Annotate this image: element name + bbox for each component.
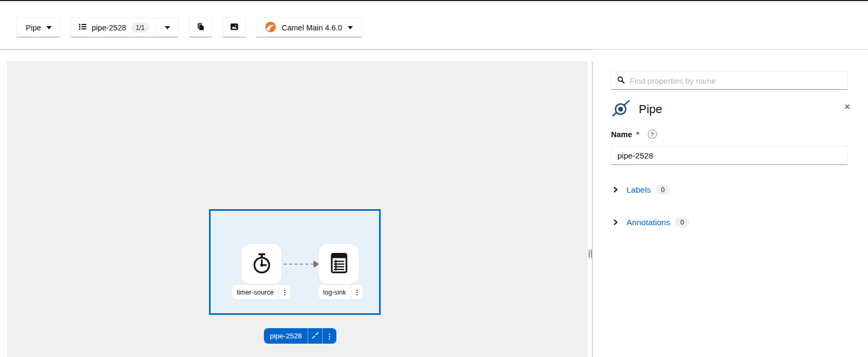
flow-canvas[interactable]: timer-source ⋮ log-sink ⋮ pipe-2528 <box>7 61 588 357</box>
node-timer-source[interactable] <box>242 244 282 284</box>
flows-menu-label: pipe-2528 <box>92 23 126 32</box>
node-label-timer-source[interactable]: timer-source ⋮ <box>232 285 290 299</box>
panel-resize-handle[interactable] <box>588 61 593 357</box>
runtime-select[interactable]: Camel Main 4.6.0 <box>256 18 362 37</box>
collapse-icon <box>311 331 319 341</box>
copy-button[interactable] <box>189 18 212 37</box>
node-label-text: log-sink <box>318 285 351 299</box>
name-field-label: Name <box>611 130 632 139</box>
copy-icon <box>197 22 205 33</box>
section-labels-count-badge: 0 <box>656 185 670 195</box>
chevron-right-icon <box>613 218 618 227</box>
node-label-text: timer-source <box>232 285 278 299</box>
section-annotations[interactable]: Annotations 0 <box>613 217 689 227</box>
kebab-menu-button[interactable]: ⋮ <box>322 328 336 344</box>
section-labels-link[interactable]: Labels <box>626 185 651 195</box>
node-label-log-sink[interactable]: log-sink ⋮ <box>318 285 363 299</box>
export-image-button[interactable] <box>222 18 246 37</box>
name-field-label-row: Name * ? <box>611 130 657 139</box>
kebab-menu-button[interactable]: ⋮ <box>351 285 363 299</box>
dsl-select[interactable]: Pipe <box>17 18 61 37</box>
close-panel-button[interactable]: ✕ <box>842 102 852 112</box>
dsl-select-label: Pipe <box>26 23 41 32</box>
flows-menu[interactable]: pipe-2528 1/1 <box>71 18 179 37</box>
chevron-right-icon <box>613 185 618 195</box>
flows-menu-caret-button[interactable] <box>156 18 178 37</box>
camel-logo-icon <box>265 21 276 34</box>
pipe-group-badge-label: pipe-2528 <box>264 328 308 344</box>
panel-title-row: Pipe <box>610 98 662 121</box>
chevron-down-icon <box>46 26 52 29</box>
section-annotations-count-badge: 0 <box>675 217 689 227</box>
flows-menu-main[interactable]: pipe-2528 1/1 <box>71 18 156 37</box>
window-top-edge <box>0 0 868 1</box>
pipe-group-badge[interactable]: pipe-2528 ⋮ <box>264 328 336 344</box>
grip-icon <box>589 250 592 258</box>
search-icon <box>617 76 625 86</box>
section-annotations-link[interactable]: Annotations <box>626 218 670 227</box>
list-icon <box>78 22 87 33</box>
log-icon <box>327 251 351 277</box>
help-icon[interactable]: ? <box>648 130 657 139</box>
image-icon <box>230 23 239 33</box>
kaoto-editor: Pipe pipe-2528 1/1 <box>0 0 868 357</box>
stopwatch-icon <box>250 251 274 277</box>
toolbar: Pipe pipe-2528 1/1 <box>17 18 362 37</box>
required-asterisk: * <box>637 130 639 139</box>
flows-count-badge: 1/1 <box>131 22 150 33</box>
name-input[interactable] <box>611 146 848 165</box>
edge-timer-to-log <box>284 260 321 268</box>
property-search-input[interactable] <box>630 76 842 85</box>
kebab-menu-button[interactable]: ⋮ <box>278 285 290 299</box>
pipe-group-selected[interactable]: timer-source ⋮ log-sink ⋮ <box>209 209 381 315</box>
pipe-icon <box>610 98 632 121</box>
edge-dashed-line <box>284 264 314 265</box>
collapse-group-button[interactable] <box>308 328 322 344</box>
chevron-down-icon <box>348 26 353 29</box>
property-search <box>611 72 848 90</box>
section-labels[interactable]: Labels 0 <box>613 185 670 195</box>
properties-panel: Pipe ✕ Name * ? Labels 0 Annotations <box>594 50 868 357</box>
chevron-down-icon <box>165 26 170 29</box>
node-log-sink[interactable] <box>319 244 359 284</box>
runtime-select-label: Camel Main 4.6.0 <box>282 23 342 32</box>
panel-title: Pipe <box>639 102 662 116</box>
